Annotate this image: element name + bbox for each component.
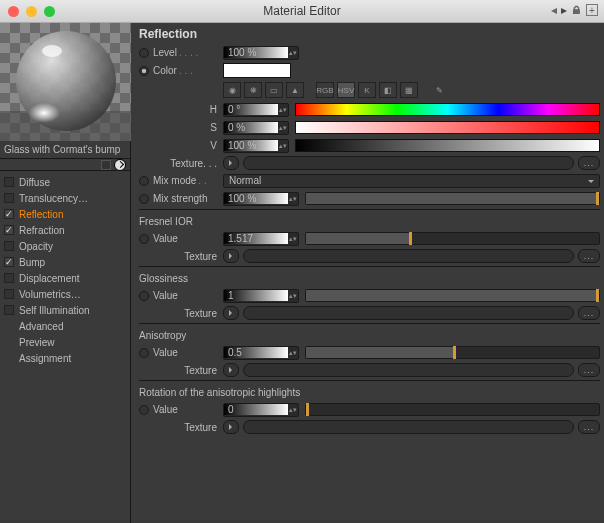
material-picker-icon[interactable] — [114, 159, 126, 171]
texture-menu-btn[interactable] — [223, 420, 239, 434]
spinner-icon[interactable]: ▴▾ — [288, 196, 298, 201]
checkbox-icon[interactable] — [4, 273, 14, 283]
lock-icon[interactable]: 🔒︎ — [571, 4, 582, 16]
aniso-field[interactable]: 0.5▴▾ — [223, 346, 299, 360]
channel-translucency[interactable]: Translucency… — [0, 190, 130, 206]
texture-path-field[interactable] — [243, 156, 574, 170]
rot-slider[interactable] — [305, 403, 600, 416]
channel-list: Diffuse Translucency… Reflection Refract… — [0, 171, 130, 366]
app-body: Glass with Cormat's bump Diffuse Translu… — [0, 23, 604, 523]
checkbox-icon[interactable] — [4, 225, 14, 235]
mixstrength-field[interactable]: 100 %▴▾ — [223, 192, 299, 206]
color-swatch[interactable] — [223, 63, 291, 78]
sub-preview[interactable]: Preview — [0, 334, 130, 350]
sub-advanced[interactable]: Advanced — [0, 318, 130, 334]
material-name[interactable]: Glass with Cormat's bump — [0, 141, 130, 159]
row-aniso-value: Value 0.5▴▾ — [139, 344, 600, 361]
val-slider[interactable] — [295, 139, 600, 152]
mixer-icon[interactable]: ◧ — [379, 82, 397, 98]
label-mixmode: Mix mode — [153, 175, 196, 186]
level-field[interactable]: 100 %▴▾ — [223, 46, 299, 60]
texture-browse-btn[interactable]: ... — [578, 306, 600, 320]
mixstrength-slider[interactable] — [305, 192, 600, 205]
color-mode-icons: ◉ ❋ ▭ ▲ RGB HSV K ◧ ▦ ✎ — [223, 82, 600, 98]
radio-icon[interactable] — [139, 48, 149, 58]
material-preview[interactable] — [0, 23, 130, 141]
channel-refraction[interactable]: Refraction — [0, 222, 130, 238]
h-field[interactable]: 0 °▴▾ — [223, 103, 289, 117]
texture-browse-btn[interactable]: ... — [578, 249, 600, 263]
main-panel: Reflection Level. . . . 100 %▴▾ Color . … — [131, 23, 604, 523]
label-color: Color — [153, 65, 177, 76]
spinner-icon[interactable]: ▴▾ — [278, 107, 288, 112]
spinner-icon[interactable]: ▴▾ — [288, 350, 298, 355]
hue-slider[interactable] — [295, 103, 600, 116]
texture-path-field[interactable] — [243, 420, 574, 434]
texture-browse-btn[interactable]: ... — [578, 363, 600, 377]
spinner-icon[interactable]: ▴▾ — [288, 407, 298, 412]
fresnel-slider[interactable] — [305, 232, 600, 245]
texture-menu-btn[interactable] — [223, 306, 239, 320]
channel-reflection[interactable]: Reflection — [0, 206, 130, 222]
channel-opacity[interactable]: Opacity — [0, 238, 130, 254]
radio-icon[interactable] — [139, 291, 149, 301]
v-field[interactable]: 100 %▴▾ — [223, 139, 289, 153]
texture-path-field[interactable] — [243, 363, 574, 377]
spectrum-icon[interactable]: ❋ — [244, 82, 262, 98]
mixmode-dropdown[interactable]: Normal — [223, 174, 600, 188]
texture-browse-btn[interactable]: ... — [578, 420, 600, 434]
texture-path-field[interactable] — [243, 306, 574, 320]
swatches-icon[interactable]: ▦ — [400, 82, 418, 98]
radio-icon[interactable] — [139, 405, 149, 415]
channel-volumetrics[interactable]: Volumetrics… — [0, 286, 130, 302]
texture-menu-btn[interactable] — [223, 363, 239, 377]
channel-diffuse[interactable]: Diffuse — [0, 174, 130, 190]
texture-path-field[interactable] — [243, 249, 574, 263]
texture-menu-btn[interactable] — [223, 156, 239, 170]
checkbox-icon[interactable] — [4, 241, 14, 251]
s-field[interactable]: 0 %▴▾ — [223, 121, 289, 135]
subtitle-gloss: Glossiness — [139, 273, 600, 284]
checkbox-icon[interactable] — [4, 305, 14, 315]
sidebar: Glass with Cormat's bump Diffuse Translu… — [0, 23, 131, 523]
aniso-slider[interactable] — [305, 346, 600, 359]
spinner-icon[interactable]: ▴▾ — [288, 236, 298, 241]
rgb-mode-icon[interactable]: RGB — [316, 82, 334, 98]
radio-icon[interactable] — [139, 234, 149, 244]
material-thumb-icon[interactable] — [101, 160, 111, 170]
radio-icon[interactable] — [139, 194, 149, 204]
gradient-icon[interactable]: ▭ — [265, 82, 283, 98]
radio-icon[interactable] — [139, 176, 149, 186]
checkbox-icon[interactable] — [4, 209, 14, 219]
checkbox-icon[interactable] — [4, 289, 14, 299]
channel-bump[interactable]: Bump — [0, 254, 130, 270]
gloss-field[interactable]: 1▴▾ — [223, 289, 299, 303]
kelvin-mode-icon[interactable]: K — [358, 82, 376, 98]
spinner-icon[interactable]: ▴▾ — [278, 125, 288, 130]
image-picker-icon[interactable]: ▲ — [286, 82, 304, 98]
fresnel-field[interactable]: 1.517▴▾ — [223, 232, 299, 246]
add-tab-icon[interactable]: + — [586, 4, 598, 16]
eyedropper-icon[interactable]: ✎ — [430, 82, 448, 98]
channel-selfillum[interactable]: Self Illumination — [0, 302, 130, 318]
chevron-right-icon[interactable]: ▸ — [561, 3, 567, 17]
hsv-mode-icon[interactable]: HSV — [337, 82, 355, 98]
texture-menu-btn[interactable] — [223, 249, 239, 263]
rot-field[interactable]: 0▴▾ — [223, 403, 299, 417]
radio-icon[interactable] — [139, 348, 149, 358]
wheel-icon[interactable]: ◉ — [223, 82, 241, 98]
titlebar: Material Editor ◂ ▸ 🔒︎ + — [0, 0, 604, 23]
spinner-icon[interactable]: ▴▾ — [288, 50, 298, 55]
channel-displacement[interactable]: Displacement — [0, 270, 130, 286]
spinner-icon[interactable]: ▴▾ — [278, 143, 288, 148]
checkbox-icon[interactable] — [4, 177, 14, 187]
spinner-icon[interactable]: ▴▾ — [288, 293, 298, 298]
checkbox-icon[interactable] — [4, 257, 14, 267]
gloss-slider[interactable] — [305, 289, 600, 302]
chevron-left-icon[interactable]: ◂ — [551, 3, 557, 17]
sat-slider[interactable] — [295, 121, 600, 134]
sub-assignment[interactable]: Assignment — [0, 350, 130, 366]
radio-icon[interactable] — [139, 66, 149, 76]
checkbox-icon[interactable] — [4, 193, 14, 203]
texture-browse-btn[interactable]: ... — [578, 156, 600, 170]
